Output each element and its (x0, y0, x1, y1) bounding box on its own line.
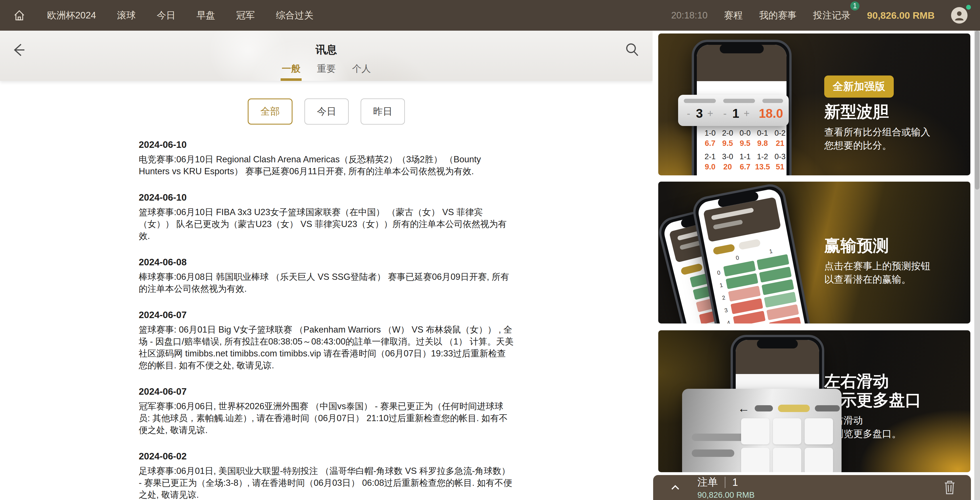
home-icon[interactable] (13, 8, 26, 22)
top-navigation-bar: 欧洲杯2024 滚球 今日 早盘 冠军 综合过关 20:18:10 赛程 我的赛… (0, 0, 980, 31)
banner-badge: 全新加强版 (824, 75, 894, 98)
home-score-value: 3 (694, 107, 706, 121)
banner-desc-line: 点击在赛事上的预测按钮 (824, 260, 930, 273)
message-text: 棒球赛事:06月08日 韩国职业棒球 （乐天巨人 VS SSG登陆者） 赛事已延… (139, 271, 514, 295)
message-text: 篮球赛事:06月10日 FIBA 3x3 U23女子篮球国家联赛（在中国） （蒙… (139, 206, 514, 242)
away-score-value: 1 (730, 107, 742, 121)
bet-records-badge: 1 (850, 0, 860, 11)
message-text: 电竞赛事:06月10日 Regional Clash Arena America… (139, 153, 514, 177)
link-bet-records[interactable]: 投注记录 1 (813, 9, 851, 22)
betslip-summary: 注单 1 90,826.00 RMB (697, 475, 755, 500)
filter-all-button[interactable]: 全部 (248, 99, 293, 124)
nav-item-early[interactable]: 早盘 (196, 9, 215, 22)
nav-item-outright[interactable]: 冠军 (236, 9, 255, 22)
filter-today-button[interactable]: 今日 (304, 99, 349, 124)
betslip-balance: 90,826.00 RMB (697, 490, 755, 500)
clock-time: 20:18:10 (671, 10, 707, 21)
message-tabs: 一般 重要 个人 (0, 62, 652, 81)
filter-yesterday-button[interactable]: 昨日 (361, 99, 405, 124)
search-icon[interactable] (624, 41, 642, 59)
link-schedule[interactable]: 赛程 (724, 9, 743, 22)
scrollbar-thumb[interactable] (975, 31, 980, 189)
banner-desc-line: 以查看潜在的赢输。 (824, 273, 930, 286)
message-date: 2024-06-08 (139, 257, 514, 268)
tab-important[interactable]: 重要 (317, 62, 336, 81)
trash-icon[interactable] (943, 480, 956, 495)
page-title: 讯息 (0, 43, 652, 57)
score-picker-card: - 3 + - 1 + 18.0 (678, 95, 789, 126)
home-minus-button[interactable]: - (684, 108, 694, 119)
account-balance: 90,826.00 RMB (867, 10, 935, 21)
away-minus-button[interactable]: - (720, 108, 730, 119)
arrow-right-icon: → (845, 402, 857, 414)
betslip-label: 注单 (697, 475, 718, 489)
banner-title: 新型波胆 (824, 102, 930, 121)
swipe-card: ← → (682, 389, 842, 472)
message-text: 篮球赛事: 06月01日 Big V女子篮球联赛 （Pakenham Warri… (139, 324, 514, 371)
tab-general[interactable]: 一般 (282, 62, 301, 81)
account-avatar[interactable] (951, 7, 967, 24)
messages-panel: 讯息 一般 重要 个人 全部 今日 昨日 2024-06-10 电竞赛事:06月… (0, 31, 652, 500)
arrow-left-icon: ← (738, 402, 749, 414)
link-my-events[interactable]: 我的赛事 (759, 9, 797, 22)
date-filter-group: 全部 今日 昨日 (0, 99, 652, 124)
away-plus-button[interactable]: + (742, 108, 752, 119)
message-text: 足球赛事:06月01日, 美国职业大联盟-特别投注 （温哥华白帽-角球数 VS … (139, 465, 514, 500)
banner-title: 赢输预测 (824, 236, 930, 255)
message-date: 2024-06-10 (139, 192, 514, 203)
betslip-bar[interactable]: 注单 1 90,826.00 RMB (653, 475, 971, 500)
messages-header: 讯息 一般 重要 个人 (0, 31, 652, 81)
online-status-dot (966, 5, 971, 10)
nav-item-today[interactable]: 今日 (157, 9, 175, 22)
promo-banner-swipe-markets[interactable]: ← → 左右滑动 显示更多盘口 左右滑动 可浏览更多盘口。 (658, 330, 970, 472)
picked-odds-value: 18.0 (759, 107, 783, 121)
promo-banner-correct-score[interactable]: - 3 + - 1 + 18.0 1-06.7 2-09.5 0-09.5 0-… (658, 33, 970, 175)
banner-title-line: 左右滑动 (824, 372, 921, 390)
banner-desc-line: 您想要的比分。 (824, 139, 930, 152)
message-list: 2024-06-10 电竞赛事:06月10日 Regional Clash Ar… (139, 139, 514, 500)
message-date: 2024-06-07 (139, 386, 514, 397)
message-date: 2024-06-02 (139, 451, 514, 462)
home-plus-button[interactable]: + (706, 108, 715, 119)
nav-item-parlay[interactable]: 综合过关 (276, 9, 313, 22)
message-text: 冠军赛事:06月06日, 世界杯2026亚洲外围赛 （中国vs泰国） - 赛果已… (139, 400, 514, 436)
vertical-scrollbar[interactable] (974, 31, 980, 500)
message-date: 2024-06-07 (139, 310, 514, 320)
promo-sidebar: - 3 + - 1 + 18.0 1-06.7 2-09.5 0-09.5 0-… (652, 31, 980, 500)
message-date: 2024-06-10 (139, 139, 514, 150)
betslip-count: 1 (732, 476, 738, 488)
banner-desc-line: 查看所有比分组合或输入 (824, 126, 930, 139)
chevron-up-icon[interactable] (669, 481, 681, 494)
nav-item-live[interactable]: 滚球 (117, 9, 135, 22)
score-odds-grid: 1-06.7 2-09.5 0-09.5 0-19.8 0-221 2-19.0… (703, 129, 788, 175)
tab-personal[interactable]: 个人 (352, 62, 371, 81)
nav-item-eurocup[interactable]: 欧洲杯2024 (47, 9, 96, 22)
promo-banner-win-loss-prediction[interactable]: 0 1 0 1 2 3 4 5 赢输预测 点击在赛事上的预测按钮 以查看潜在的赢… (658, 182, 970, 323)
